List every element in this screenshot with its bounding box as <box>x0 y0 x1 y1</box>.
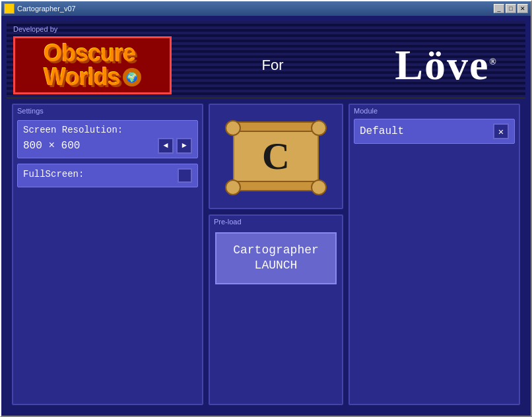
ow-logo-text: Obscure Worlds 🌍 <box>40 39 145 92</box>
module-panel: Module Default ✕ <box>349 104 520 405</box>
resolution-prev-button[interactable]: ◄ <box>158 138 174 154</box>
settings-panel: Settings Screen Resolution: 800 × 600 ◄ … <box>12 104 203 405</box>
fullscreen-checkbox[interactable] <box>178 168 192 183</box>
titlebar-icon <box>4 3 15 14</box>
resolution-label: Screen Resolution: <box>23 125 192 135</box>
titlebar-buttons: _ □ ✕ <box>494 4 528 13</box>
for-text: For <box>172 57 374 74</box>
love-text: Löve® <box>395 44 498 86</box>
love-ve: ve <box>447 42 489 88</box>
scroll-body: C <box>233 127 319 186</box>
ow-logo-footer: Worlds 🌍 <box>44 65 141 89</box>
resolution-row: Screen Resolution: 800 × 600 ◄ ► <box>17 120 198 158</box>
resolution-next-button[interactable]: ► <box>176 138 192 154</box>
close-button[interactable]: ✕ <box>517 4 528 13</box>
maximize-button[interactable]: □ <box>506 4 516 13</box>
resolution-arrows: ◄ ► <box>158 138 192 154</box>
preload-label: Pre-load <box>210 216 342 227</box>
launch-line2: LAUNCH <box>255 259 298 272</box>
resolution-control: 800 × 600 ◄ ► <box>23 138 192 154</box>
love-l: L <box>395 42 424 88</box>
scroll-top-rod <box>229 121 323 132</box>
module-default-value: Default <box>360 125 404 137</box>
header-section: Developed by Obscure Worlds 🌍 For <box>7 21 525 98</box>
scroll-bottom-rod <box>229 181 323 191</box>
resolution-value: 800 × 600 <box>23 140 80 152</box>
module-inner: Default ✕ <box>350 116 519 404</box>
panels-area: Settings Screen Resolution: 800 × 600 ◄ … <box>7 98 525 410</box>
settings-inner: Screen Resolution: 800 × 600 ◄ ► FullScr… <box>13 116 202 404</box>
scroll-icon: C <box>230 120 322 193</box>
main-content: Developed by Obscure Worlds 🌍 For <box>1 16 531 416</box>
fullscreen-label: FullScreen: <box>23 169 84 179</box>
logo-display: C <box>209 104 343 209</box>
window-title: Cartographer_v07 <box>17 5 76 13</box>
middle-panel: C Pre-load Cartographer LAUNCH <box>209 104 343 405</box>
header-inner: Obscure Worlds 🌍 For Löve® <box>13 36 519 95</box>
love-o: ö <box>424 44 447 86</box>
scroll-letter: C <box>262 137 290 176</box>
titlebar: Cartographer_v07 _ □ ✕ <box>1 1 531 16</box>
love-reg: ® <box>489 57 497 67</box>
minimize-button[interactable]: _ <box>494 4 504 13</box>
ow-emblem: 🌍 <box>123 68 141 86</box>
fullscreen-row: FullScreen: <box>17 164 198 187</box>
module-default-row: Default ✕ <box>354 119 515 144</box>
module-label: Module <box>350 105 519 116</box>
preload-section: Pre-load Cartographer LAUNCH <box>209 214 343 405</box>
settings-label: Settings <box>13 105 202 116</box>
app-window: Cartographer_v07 _ □ ✕ Developed by Obsc… <box>0 0 532 417</box>
launch-line1: Cartographer <box>233 243 319 257</box>
ow-logo: Obscure Worlds 🌍 <box>13 36 172 94</box>
developed-by-label: Developed by <box>13 25 519 33</box>
ow-line2: Worlds <box>44 65 119 89</box>
launch-button[interactable]: Cartographer LAUNCH <box>215 232 337 284</box>
titlebar-left: Cartographer_v07 <box>4 3 76 14</box>
love-logo: Löve® <box>374 44 519 86</box>
ow-line1: Obscure <box>44 42 135 65</box>
module-clear-button[interactable]: ✕ <box>493 123 509 139</box>
